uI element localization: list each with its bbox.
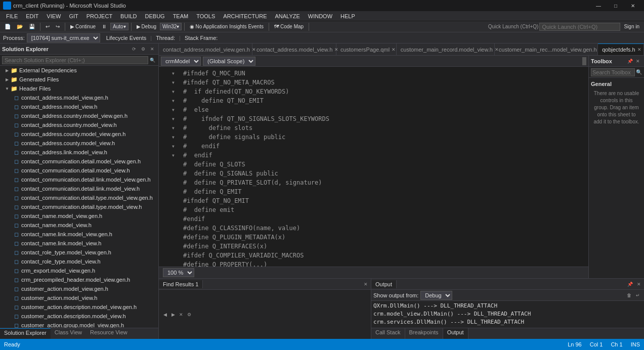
tab-customer-main-gen[interactable]: customer_main_rec...model_view.gen.h ✕ bbox=[495, 43, 598, 55]
menu-window[interactable]: WINDOW bbox=[304, 12, 336, 20]
tree-item-file[interactable]: ◻contact_name.link.model_view.gen.h bbox=[0, 230, 158, 239]
undo-btn[interactable]: ↩ bbox=[43, 23, 52, 30]
tab-contact-address-gen[interactable]: contact_address.model_view.gen.h ✕ bbox=[159, 43, 252, 55]
toolbox-pin-btn[interactable]: 📌 bbox=[626, 57, 634, 65]
save-btn[interactable]: 💾 bbox=[26, 23, 37, 30]
sign-in-btn[interactable]: Sign in bbox=[621, 23, 642, 30]
panel-close-btn[interactable]: ✕ bbox=[148, 45, 156, 53]
sol-tab-solution-explorer[interactable]: Solution Explorer bbox=[0, 328, 51, 339]
sol-tab-resource-view[interactable]: Resource View bbox=[86, 328, 132, 339]
auto-dropdown[interactable]: Auto ▾ bbox=[110, 23, 128, 30]
tab-output-bottom[interactable]: Output bbox=[443, 328, 468, 339]
minimize-btn[interactable]: — bbox=[590, 0, 607, 11]
tree-item-file[interactable]: ◻contact_address.country.model_view.h bbox=[0, 120, 158, 129]
code-text[interactable]: #ifndef Q_MOC_RUN #ifndef QT_NO_META_MAC… bbox=[179, 67, 588, 267]
menu-analyze[interactable]: ANALYZE bbox=[271, 12, 304, 20]
menu-architecture[interactable]: ARCHITECTURE bbox=[219, 12, 271, 20]
tree-item-header-files[interactable]: ▼ 📁 Header Files bbox=[0, 84, 158, 93]
search-icon[interactable]: 🔍 bbox=[148, 56, 156, 64]
toolbox-search-input[interactable] bbox=[591, 68, 635, 76]
code-map-btn[interactable]: 🗺 Code Map bbox=[272, 23, 306, 30]
tree-item-file[interactable]: ◻contact_communication.detail.type.model… bbox=[0, 193, 158, 202]
tree-item-file[interactable]: ◻contact_name.model_view.h bbox=[0, 221, 158, 230]
menu-help[interactable]: HELP bbox=[336, 12, 359, 20]
platform-dropdown[interactable]: Win32 ▾ bbox=[160, 23, 182, 30]
sol-tab-class-view[interactable]: Class View bbox=[51, 328, 86, 339]
tree-item-file[interactable]: ◻customer_action.model_view.gen.h bbox=[0, 284, 158, 293]
scope-dropdown-right[interactable]: (Global Scope) bbox=[203, 57, 255, 66]
tree-item-file[interactable]: ◻crm_export.model_view.gen.h bbox=[0, 266, 158, 275]
tree-item-external-deps[interactable]: ▶ 📁 External Dependencies bbox=[0, 66, 158, 75]
open-btn[interactable]: 📂 bbox=[14, 23, 25, 30]
output-close-btn[interactable]: ✕ bbox=[635, 280, 643, 288]
toolbox-general-title[interactable]: General bbox=[591, 80, 642, 88]
tab-breakpoints[interactable]: Breakpoints bbox=[405, 328, 443, 339]
output-source-dropdown[interactable]: Debug bbox=[420, 291, 452, 300]
debug-target-btn[interactable]: ▶ Debug bbox=[134, 23, 159, 30]
tree-item-file[interactable]: ◻contact_address.county.model_view.h bbox=[0, 139, 158, 148]
solution-search-input[interactable] bbox=[2, 56, 148, 64]
zoom-dropdown[interactable]: 100 % bbox=[163, 268, 194, 277]
tab-customer-main-view[interactable]: customer_main_record.model_view.h ✕ bbox=[397, 43, 495, 55]
tree-item-file[interactable]: ◻customer_action.group.model_view.gen.h bbox=[0, 321, 158, 328]
panel-sync-btn[interactable]: ⟳ bbox=[130, 45, 138, 53]
tree-item-file[interactable]: ◻contact_name.link.model_view.h bbox=[0, 239, 158, 248]
tab-qobjectdefs[interactable]: qobjectdefs.h ✕ bbox=[598, 43, 644, 55]
tree-item-generated-files[interactable]: ▶ 📁 Generated Files bbox=[0, 75, 158, 84]
tree-item-file[interactable]: ◻customer_action.description.model_view.… bbox=[0, 312, 158, 321]
maximize-btn[interactable]: □ bbox=[608, 0, 624, 11]
output-word-wrap-btn[interactable]: ↵ bbox=[634, 291, 642, 299]
tree-item-file[interactable]: ◻contact_address.link.model_view.h bbox=[0, 148, 158, 157]
close-btn[interactable]: ✕ bbox=[625, 0, 641, 11]
find-clear-btn[interactable]: ✕ bbox=[177, 311, 185, 319]
tab-find-results[interactable]: Find Results 1 bbox=[159, 280, 203, 288]
tree-item-file[interactable]: ◻contact_communication.detail.model_view… bbox=[0, 166, 158, 175]
output-clear-btn[interactable]: 🗑 bbox=[625, 291, 633, 299]
tab-contact-address[interactable]: contact_address.model_view.h ✕ bbox=[252, 43, 336, 55]
tree-item-file[interactable]: ◻contact_name.model_view.gen.h bbox=[0, 211, 158, 221]
redo-btn[interactable]: ↪ bbox=[53, 23, 62, 30]
tree-item-file[interactable]: ◻contact_address.county.model_view.gen.h bbox=[0, 129, 158, 139]
menu-team[interactable]: TEAM bbox=[169, 12, 193, 20]
find-prev-btn[interactable]: ◀ bbox=[161, 311, 169, 319]
tree-item-file[interactable]: ◻contact_role_type.model_view.h bbox=[0, 257, 158, 266]
menu-tools[interactable]: TOOLS bbox=[192, 12, 219, 20]
tree-item-file[interactable]: ◻contact_communication.detail.model_view… bbox=[0, 157, 158, 166]
tab-output[interactable]: Output bbox=[371, 280, 397, 288]
menu-debug[interactable]: DEBUG bbox=[141, 12, 169, 20]
tab-close-icon[interactable]: ✕ bbox=[637, 46, 641, 53]
menu-view[interactable]: VIEW bbox=[42, 12, 65, 20]
tree-item-file[interactable]: ◻crm_precompiled_header.model_view.gen.h bbox=[0, 275, 158, 284]
process-dropdown[interactable]: [10764] sum-it_crm.exe bbox=[27, 33, 100, 42]
find-next-btn[interactable]: ▶ bbox=[169, 311, 177, 319]
tree-item-file[interactable]: ◻contact_communication.detail.link.model… bbox=[0, 175, 158, 184]
tree-item-file[interactable]: ◻contact_role_type.model_view.gen.h bbox=[0, 248, 158, 257]
tab-call-stack[interactable]: Call Stack bbox=[371, 328, 405, 339]
menu-git[interactable]: GIT bbox=[65, 12, 82, 20]
new-project-btn[interactable]: 📄 bbox=[2, 23, 13, 30]
tree-item-file[interactable]: ◻contact_communication.detail.type.model… bbox=[0, 202, 158, 211]
menu-file[interactable]: FILE bbox=[2, 12, 22, 20]
tree-item-file[interactable]: ◻contact_address.model_view.h bbox=[0, 102, 158, 111]
scope-dropdown-left[interactable]: crmModel bbox=[161, 57, 201, 66]
find-panel-close-btn[interactable]: ✕ bbox=[362, 280, 370, 288]
output-pin-btn[interactable]: 📌 bbox=[626, 280, 634, 288]
tree-item-file[interactable]: ◻contact_communication.detail.link.model… bbox=[0, 184, 158, 193]
menu-project[interactable]: PROJECT bbox=[82, 12, 116, 20]
tree-item-file[interactable]: ◻contact_address.country.model_view.gen.… bbox=[0, 111, 158, 120]
tree-item-file[interactable]: ◻customer_action.description.model_view.… bbox=[0, 302, 158, 312]
tab-customers-page[interactable]: customersPage.qml ✕ bbox=[336, 43, 397, 55]
toolbox-close-btn[interactable]: ✕ bbox=[634, 57, 642, 65]
tree-item-file[interactable]: ◻contact_address.model_view.gen.h bbox=[0, 93, 158, 102]
continue-btn[interactable]: ▶ Continue bbox=[68, 23, 98, 30]
editor-resize-handle[interactable] bbox=[582, 57, 586, 65]
insights-btn[interactable]: ◉ No Application Insights Events bbox=[187, 23, 266, 30]
panel-settings-btn[interactable]: ⚙ bbox=[139, 45, 147, 53]
tab-close-icon[interactable]: ✕ bbox=[392, 46, 396, 53]
find-settings-btn[interactable]: ⚙ bbox=[185, 311, 193, 319]
pause-btn[interactable]: ⏸ bbox=[99, 23, 109, 30]
menu-edit[interactable]: EDIT bbox=[22, 12, 42, 20]
quick-launch-input[interactable] bbox=[539, 23, 620, 31]
menu-build[interactable]: BUILD bbox=[116, 12, 141, 20]
tree-item-file[interactable]: ◻customer_action.model_view.h bbox=[0, 293, 158, 302]
